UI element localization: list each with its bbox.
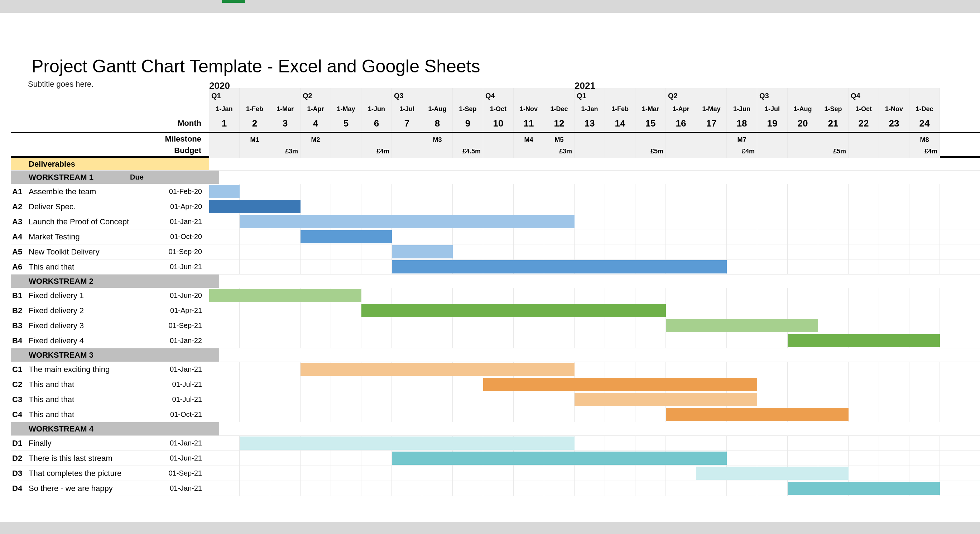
month-cell[interactable] <box>635 288 666 303</box>
month-cell[interactable] <box>848 230 879 244</box>
month-cell[interactable]: 20 <box>788 115 818 132</box>
month-cell[interactable] <box>301 466 331 481</box>
month-cell[interactable]: Q12021 <box>574 88 605 103</box>
month-cell[interactable] <box>361 260 392 274</box>
month-cell[interactable] <box>605 436 635 451</box>
month-cell[interactable] <box>422 407 453 422</box>
month-cell[interactable] <box>818 377 848 392</box>
gantt-bar[interactable] <box>483 378 757 391</box>
month-cell[interactable] <box>514 318 544 333</box>
month-cell[interactable] <box>422 88 453 103</box>
month-cell[interactable] <box>879 88 910 103</box>
month-cell[interactable] <box>514 333 544 348</box>
gantt-bar[interactable] <box>240 437 574 450</box>
month-cell[interactable] <box>240 481 270 496</box>
month-cell[interactable] <box>605 184 635 199</box>
month-cell[interactable] <box>666 362 696 377</box>
month-cell[interactable] <box>879 436 910 451</box>
month-cell[interactable] <box>727 362 757 377</box>
month-cell[interactable] <box>422 145 453 158</box>
month-cell[interactable] <box>818 230 848 244</box>
month-cell[interactable] <box>209 451 240 465</box>
month-cell[interactable] <box>848 362 879 377</box>
month-cell[interactable]: M1 <box>240 133 270 146</box>
month-cell[interactable] <box>574 362 605 377</box>
month-cell[interactable] <box>910 392 940 407</box>
month-cell[interactable] <box>605 199 635 214</box>
month-cell[interactable] <box>392 377 422 392</box>
month-cell[interactable] <box>848 184 879 199</box>
month-cell[interactable] <box>879 133 910 146</box>
month-cell[interactable] <box>483 407 514 422</box>
month-cell[interactable] <box>361 244 392 259</box>
month-cell[interactable] <box>514 407 544 422</box>
month-cell[interactable]: 8 <box>422 115 453 132</box>
month-cell[interactable] <box>696 436 727 451</box>
month-cell[interactable] <box>240 407 270 422</box>
month-cell[interactable] <box>209 230 240 244</box>
month-cell[interactable] <box>514 230 544 244</box>
month-cell[interactable]: 1-Nov <box>514 103 544 115</box>
month-cell[interactable]: M3 <box>422 133 453 146</box>
month-cell[interactable] <box>574 244 605 259</box>
month-cell[interactable] <box>757 451 788 465</box>
month-cell[interactable] <box>331 199 361 214</box>
month-cell[interactable] <box>757 481 788 496</box>
month-cell[interactable] <box>879 392 910 407</box>
month-cell[interactable] <box>453 230 483 244</box>
month-cell[interactable] <box>848 244 879 259</box>
month-cell[interactable] <box>209 362 240 377</box>
month-cell[interactable]: 1-Jun <box>727 103 757 115</box>
month-cell[interactable] <box>727 260 757 274</box>
month-cell[interactable] <box>666 481 696 496</box>
month-cell[interactable] <box>727 199 757 214</box>
month-cell[interactable] <box>635 199 666 214</box>
month-cell[interactable]: Q2 <box>666 88 696 103</box>
month-cell[interactable] <box>757 184 788 199</box>
month-cell[interactable] <box>788 392 818 407</box>
month-cell[interactable] <box>788 230 818 244</box>
month-cell[interactable] <box>544 88 574 103</box>
month-cell[interactable] <box>666 436 696 451</box>
month-cell[interactable]: £4m <box>727 145 757 158</box>
month-cell[interactable] <box>757 133 788 146</box>
month-cell[interactable] <box>879 230 910 244</box>
month-cell[interactable] <box>209 436 240 451</box>
month-cell[interactable] <box>788 303 818 318</box>
month-cell[interactable] <box>422 184 453 199</box>
month-cell[interactable]: 1-Dec <box>910 103 940 115</box>
month-cell[interactable] <box>209 377 240 392</box>
gantt-bar[interactable] <box>788 482 940 495</box>
month-cell[interactable] <box>727 244 757 259</box>
gantt-bar[interactable] <box>392 245 453 258</box>
month-cell[interactable]: M5 <box>544 133 574 146</box>
month-cell[interactable] <box>392 333 422 348</box>
month-cell[interactable]: 23 <box>879 115 910 132</box>
month-cell[interactable] <box>270 133 301 146</box>
month-cell[interactable] <box>422 199 453 214</box>
month-cell[interactable] <box>361 88 392 103</box>
gantt-bar[interactable] <box>209 289 361 302</box>
month-cell[interactable] <box>879 451 910 465</box>
month-cell[interactable] <box>666 145 696 158</box>
month-cell[interactable] <box>361 392 392 407</box>
month-cell[interactable] <box>301 303 331 318</box>
month-cell[interactable] <box>605 230 635 244</box>
month-cell[interactable] <box>270 260 301 274</box>
month-cell[interactable] <box>240 362 270 377</box>
gantt-bar[interactable] <box>788 334 940 347</box>
month-cell[interactable]: £5m <box>818 145 848 158</box>
month-cell[interactable]: 1-Feb <box>605 103 635 115</box>
month-cell[interactable] <box>392 407 422 422</box>
month-cell[interactable] <box>574 333 605 348</box>
month-cell[interactable] <box>696 244 727 259</box>
month-cell[interactable] <box>574 133 605 146</box>
month-cell[interactable] <box>666 303 696 318</box>
month-cell[interactable] <box>483 466 514 481</box>
month-cell[interactable] <box>392 133 422 146</box>
month-cell[interactable] <box>331 318 361 333</box>
month-cell[interactable] <box>910 260 940 274</box>
month-cell[interactable]: 11 <box>514 115 544 132</box>
month-cell[interactable] <box>696 481 727 496</box>
month-cell[interactable] <box>270 451 301 465</box>
